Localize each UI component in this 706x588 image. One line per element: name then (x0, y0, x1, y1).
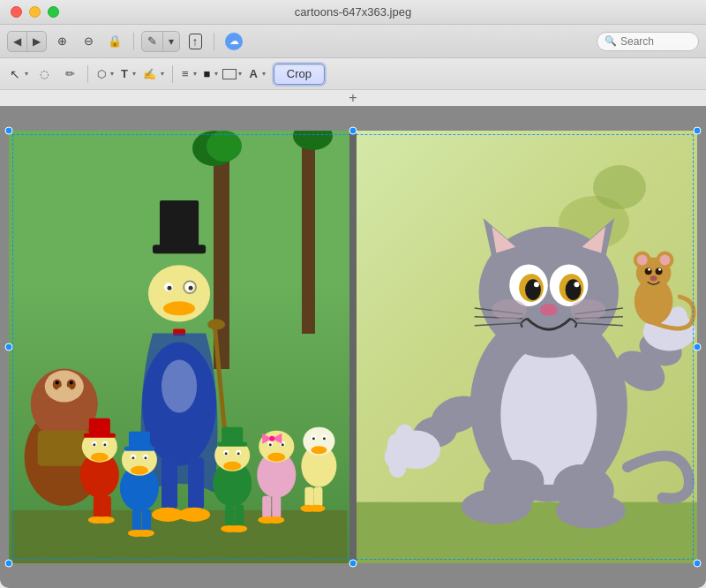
zoom-in-button[interactable]: ⊕ (50, 30, 73, 53)
text-icon: T (118, 67, 131, 80)
svg-point-59 (225, 452, 228, 455)
forward-button[interactable]: ▶ (27, 32, 46, 51)
select-tool-group[interactable]: ↖ ▾ (7, 63, 30, 86)
svg-rect-64 (235, 505, 244, 527)
lock-button[interactable]: 🔒 (103, 30, 126, 53)
svg-point-6 (56, 381, 59, 385)
divider-2 (214, 33, 214, 50)
svg-point-30 (91, 453, 109, 462)
svg-point-72 (269, 443, 272, 446)
traffic-lights (11, 6, 59, 18)
back-button[interactable]: ◀ (8, 32, 27, 51)
instant-alpha-tool[interactable]: ◌ (33, 63, 56, 86)
drawing-toolbar: ↖ ▾ ◌ ✏ ⬡ ▾ T ▾ ✍ ▾ ≡ ▾ (0, 58, 706, 90)
stamp-tool-group[interactable]: ✍ ▾ (140, 63, 166, 86)
pencil-button[interactable]: ✎ (142, 32, 163, 51)
svg-point-121 (389, 456, 407, 478)
align-tool-group[interactable]: ≡ ▾ (179, 63, 199, 86)
border-tool-group[interactable]: ▾ (222, 63, 244, 86)
ducktales-characters-svg (9, 174, 349, 563)
svg-rect-11 (160, 200, 199, 249)
svg-point-136 (658, 268, 661, 271)
svg-point-13 (163, 301, 195, 315)
svg-point-46 (131, 456, 134, 459)
plus-cursor-icon: + (349, 91, 357, 105)
svg-point-40 (97, 516, 115, 524)
app-window: cartoons-647x363.jpeg ◀ ▶ ⊕ ⊖ 🔒 ✎ ▾ ↑ (0, 0, 706, 588)
svg-point-66 (229, 525, 247, 532)
main-canvas[interactable] (0, 106, 706, 588)
text-size-icon: A (246, 67, 259, 80)
border-dropdown-arrow: ▾ (237, 70, 244, 78)
svg-point-104 (534, 282, 539, 287)
text-tool-group[interactable]: T ▾ (118, 63, 138, 86)
svg-point-103 (566, 279, 582, 300)
shapes-icon: ⬡ (94, 68, 109, 80)
svg-point-141 (556, 494, 626, 529)
back-forward-group[interactable]: ◀ ▶ (7, 31, 47, 52)
icloud-button[interactable]: ☁ (222, 30, 246, 53)
svg-point-81 (311, 446, 327, 454)
tom-jerry-scene (357, 131, 697, 563)
text-dropdown-arrow: ▾ (131, 70, 138, 78)
svg-rect-49 (129, 432, 150, 449)
crop-button[interactable]: Crop (274, 64, 325, 85)
text-size-group[interactable]: A ▾ (246, 63, 267, 86)
svg-point-7 (70, 381, 73, 385)
image-canvas (0, 106, 706, 588)
share-icon: ↑ (189, 34, 202, 49)
svg-point-84 (312, 437, 315, 440)
brush-tool[interactable]: ✏ (58, 63, 81, 86)
select-dropdown-arrow: ▾ (23, 70, 30, 78)
svg-rect-62 (222, 427, 243, 445)
svg-rect-51 (142, 509, 151, 531)
svg-point-140 (462, 489, 531, 524)
divider-1 (133, 33, 134, 50)
svg-point-132 (659, 255, 670, 266)
stamp-icon: ✍ (140, 68, 159, 80)
search-box[interactable]: 🔍 (597, 32, 699, 51)
close-button[interactable] (11, 6, 22, 18)
edit-group[interactable]: ✎ ▾ (141, 31, 180, 52)
shapes-dropdown-arrow: ▾ (109, 70, 116, 78)
svg-rect-76 (272, 496, 281, 518)
svg-point-8 (57, 387, 71, 396)
lock-icon: 🔒 (108, 34, 122, 48)
window-title: cartoons-647x363.jpeg (295, 5, 411, 19)
svg-point-47 (144, 456, 146, 459)
svg-point-74 (269, 436, 274, 441)
svg-rect-50 (132, 509, 141, 531)
color-dropdown-arrow: ▾ (213, 70, 220, 78)
svg-rect-24 (161, 457, 177, 510)
svg-point-34 (103, 443, 106, 446)
pencil-dropdown-button[interactable]: ▾ (163, 32, 179, 51)
search-input[interactable] (620, 35, 691, 48)
svg-point-106 (540, 304, 558, 316)
svg-rect-36 (89, 418, 110, 436)
color-tool-group[interactable]: ■ ▾ (201, 63, 221, 86)
svg-point-27 (178, 508, 210, 522)
crop-label: Crop (287, 67, 312, 80)
border-icon (222, 69, 237, 79)
align-icon: ≡ (179, 67, 192, 80)
search-icon: 🔍 (605, 35, 617, 47)
brush-icon: ✏ (65, 67, 75, 80)
share-button[interactable]: ↑ (184, 30, 207, 53)
pencil-icon: ✎ (147, 34, 157, 48)
instant-alpha-icon: ◌ (40, 68, 49, 80)
svg-point-78 (267, 516, 284, 524)
divider-4 (172, 65, 173, 83)
zoom-in-icon: ⊕ (57, 34, 67, 48)
svg-rect-37 (94, 496, 102, 518)
shapes-tool-group[interactable]: ⬡ ▾ (94, 63, 116, 86)
zoom-out-icon: ⊖ (84, 34, 94, 48)
minimize-button[interactable] (29, 6, 41, 18)
svg-point-56 (223, 462, 241, 471)
svg-point-17 (189, 286, 193, 290)
icloud-icon: ☁ (225, 33, 243, 50)
svg-point-23 (207, 319, 225, 329)
zoom-out-button[interactable]: ⊖ (77, 30, 100, 53)
svg-rect-25 (188, 457, 204, 510)
maximize-button[interactable] (48, 6, 59, 18)
divider-3 (87, 65, 88, 83)
